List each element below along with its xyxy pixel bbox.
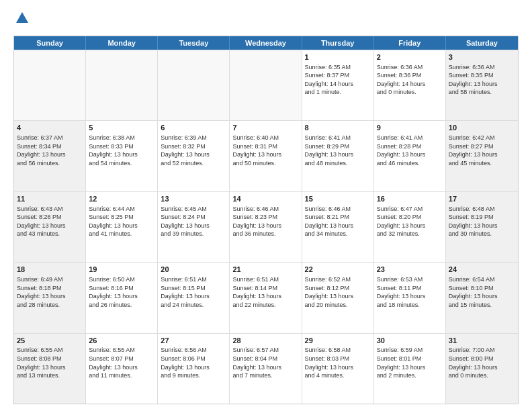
day-number: 23 [377, 265, 443, 275]
cell-info: Sunrise: 6:56 AM Sunset: 8:06 PM Dayligh… [161, 346, 226, 379]
cal-cell-3-0: 18Sunrise: 6:49 AM Sunset: 8:18 PM Dayli… [14, 263, 86, 332]
day-number: 13 [161, 194, 226, 204]
day-number: 29 [305, 336, 371, 346]
cell-info: Sunrise: 6:45 AM Sunset: 8:24 PM Dayligh… [161, 205, 226, 238]
cell-info: Sunrise: 6:38 AM Sunset: 8:33 PM Dayligh… [89, 134, 154, 167]
cal-cell-3-2: 20Sunrise: 6:51 AM Sunset: 8:15 PM Dayli… [158, 263, 230, 332]
cell-info: Sunrise: 6:46 AM Sunset: 8:21 PM Dayligh… [305, 205, 371, 238]
cell-info: Sunrise: 6:41 AM Sunset: 8:28 PM Dayligh… [377, 134, 443, 167]
svg-marker-0 [16, 12, 28, 23]
cal-cell-4-5: 30Sunrise: 6:59 AM Sunset: 8:01 PM Dayli… [374, 334, 446, 404]
day-number: 16 [377, 194, 443, 204]
day-number: 14 [232, 194, 298, 204]
header-day-saturday: Saturday [446, 36, 518, 50]
cal-cell-2-0: 11Sunrise: 6:43 AM Sunset: 8:26 PM Dayli… [14, 192, 86, 262]
cal-cell-3-1: 19Sunrise: 6:50 AM Sunset: 8:16 PM Dayli… [86, 263, 158, 332]
header-day-monday: Monday [86, 36, 158, 50]
cell-info: Sunrise: 6:43 AM Sunset: 8:26 PM Dayligh… [17, 205, 83, 238]
day-number: 17 [449, 194, 515, 204]
day-number: 31 [449, 336, 515, 346]
day-number: 26 [89, 336, 154, 346]
header [13, 11, 519, 29]
calendar-header: SundayMondayTuesdayWednesdayThursdayFrid… [14, 36, 518, 50]
cal-cell-2-1: 12Sunrise: 6:44 AM Sunset: 8:25 PM Dayli… [86, 192, 158, 262]
cell-info: Sunrise: 6:47 AM Sunset: 8:20 PM Dayligh… [377, 205, 443, 238]
cell-info: Sunrise: 6:50 AM Sunset: 8:16 PM Dayligh… [89, 275, 154, 309]
day-number: 28 [232, 336, 298, 346]
cal-cell-1-1: 5Sunrise: 6:38 AM Sunset: 8:33 PM Daylig… [86, 121, 158, 191]
cal-cell-0-2 [158, 50, 230, 120]
cal-cell-1-0: 4Sunrise: 6:37 AM Sunset: 8:34 PM Daylig… [14, 121, 86, 191]
cal-row-2: 11Sunrise: 6:43 AM Sunset: 8:26 PM Dayli… [14, 191, 518, 262]
header-day-tuesday: Tuesday [158, 36, 230, 50]
day-number: 19 [89, 265, 154, 275]
day-number: 12 [89, 194, 154, 204]
cal-cell-4-0: 25Sunrise: 6:55 AM Sunset: 8:08 PM Dayli… [14, 334, 86, 404]
cell-info: Sunrise: 6:44 AM Sunset: 8:25 PM Dayligh… [89, 205, 154, 238]
day-number: 30 [377, 336, 443, 346]
cal-cell-3-6: 24Sunrise: 6:54 AM Sunset: 8:10 PM Dayli… [446, 263, 518, 332]
day-number: 4 [17, 123, 83, 133]
header-day-wednesday: Wednesday [230, 36, 302, 50]
day-number: 21 [232, 265, 298, 275]
cal-cell-0-0 [14, 50, 86, 120]
day-number: 25 [17, 336, 83, 346]
cell-info: Sunrise: 6:54 AM Sunset: 8:10 PM Dayligh… [449, 275, 515, 309]
cal-cell-1-5: 9Sunrise: 6:41 AM Sunset: 8:28 PM Daylig… [374, 121, 446, 191]
cal-cell-2-5: 16Sunrise: 6:47 AM Sunset: 8:20 PM Dayli… [374, 192, 446, 262]
header-day-thursday: Thursday [302, 36, 374, 50]
cell-info: Sunrise: 6:39 AM Sunset: 8:32 PM Dayligh… [161, 134, 226, 167]
day-number: 27 [161, 336, 226, 346]
day-number: 22 [305, 265, 371, 275]
cell-info: Sunrise: 6:36 AM Sunset: 8:35 PM Dayligh… [449, 63, 515, 97]
cell-info: Sunrise: 6:58 AM Sunset: 8:03 PM Dayligh… [305, 346, 371, 379]
day-number: 5 [89, 123, 154, 133]
cell-info: Sunrise: 6:53 AM Sunset: 8:11 PM Dayligh… [377, 275, 443, 309]
logo [13, 11, 30, 29]
cell-info: Sunrise: 6:55 AM Sunset: 8:08 PM Dayligh… [17, 346, 83, 379]
cal-cell-1-6: 10Sunrise: 6:42 AM Sunset: 8:27 PM Dayli… [446, 121, 518, 191]
cal-cell-2-3: 14Sunrise: 6:46 AM Sunset: 8:23 PM Dayli… [230, 192, 302, 262]
cal-cell-0-1 [86, 50, 158, 120]
cell-info: Sunrise: 6:35 AM Sunset: 8:37 PM Dayligh… [305, 63, 371, 97]
cal-cell-2-2: 13Sunrise: 6:45 AM Sunset: 8:24 PM Dayli… [158, 192, 230, 262]
cell-info: Sunrise: 6:52 AM Sunset: 8:12 PM Dayligh… [305, 275, 371, 309]
day-number: 2 [377, 52, 443, 62]
cell-info: Sunrise: 6:36 AM Sunset: 8:36 PM Dayligh… [377, 63, 443, 97]
cal-cell-4-2: 27Sunrise: 6:56 AM Sunset: 8:06 PM Dayli… [158, 334, 230, 404]
cell-info: Sunrise: 6:51 AM Sunset: 8:14 PM Dayligh… [232, 275, 298, 309]
page: SundayMondayTuesdayWednesdayThursdayFrid… [0, 0, 532, 411]
day-number: 6 [161, 123, 226, 133]
cell-info: Sunrise: 6:59 AM Sunset: 8:01 PM Dayligh… [377, 346, 443, 379]
logo-text [13, 11, 30, 29]
cell-info: Sunrise: 6:41 AM Sunset: 8:29 PM Dayligh… [305, 134, 371, 167]
day-number: 8 [305, 123, 371, 133]
day-number: 18 [17, 265, 83, 275]
day-number: 1 [305, 52, 371, 62]
day-number: 10 [449, 123, 515, 133]
cal-cell-4-6: 31Sunrise: 7:00 AM Sunset: 8:00 PM Dayli… [446, 334, 518, 404]
logo-icon [15, 11, 30, 26]
cal-cell-0-3 [230, 50, 302, 120]
cell-info: Sunrise: 6:46 AM Sunset: 8:23 PM Dayligh… [232, 205, 298, 238]
cal-cell-1-3: 7Sunrise: 6:40 AM Sunset: 8:31 PM Daylig… [230, 121, 302, 191]
cal-cell-4-1: 26Sunrise: 6:55 AM Sunset: 8:07 PM Dayli… [86, 334, 158, 404]
day-number: 7 [232, 123, 298, 133]
day-number: 24 [449, 265, 515, 275]
cal-cell-3-5: 23Sunrise: 6:53 AM Sunset: 8:11 PM Dayli… [374, 263, 446, 332]
cell-info: Sunrise: 6:49 AM Sunset: 8:18 PM Dayligh… [17, 275, 83, 309]
cell-info: Sunrise: 7:00 AM Sunset: 8:00 PM Dayligh… [449, 346, 515, 379]
cell-info: Sunrise: 6:48 AM Sunset: 8:19 PM Dayligh… [449, 205, 515, 238]
cal-row-3: 18Sunrise: 6:49 AM Sunset: 8:18 PM Dayli… [14, 262, 518, 332]
cal-cell-3-3: 21Sunrise: 6:51 AM Sunset: 8:14 PM Dayli… [230, 263, 302, 332]
cal-cell-1-4: 8Sunrise: 6:41 AM Sunset: 8:29 PM Daylig… [302, 121, 374, 191]
day-number: 20 [161, 265, 226, 275]
day-number: 11 [17, 194, 83, 204]
cal-row-0: 1Sunrise: 6:35 AM Sunset: 8:37 PM Daylig… [14, 50, 518, 120]
cell-info: Sunrise: 6:57 AM Sunset: 8:04 PM Dayligh… [232, 346, 298, 379]
day-number: 9 [377, 123, 443, 133]
cal-row-4: 25Sunrise: 6:55 AM Sunset: 8:08 PM Dayli… [14, 333, 518, 404]
day-number: 15 [305, 194, 371, 204]
cal-cell-4-3: 28Sunrise: 6:57 AM Sunset: 8:04 PM Dayli… [230, 334, 302, 404]
calendar-body: 1Sunrise: 6:35 AM Sunset: 8:37 PM Daylig… [14, 50, 518, 404]
